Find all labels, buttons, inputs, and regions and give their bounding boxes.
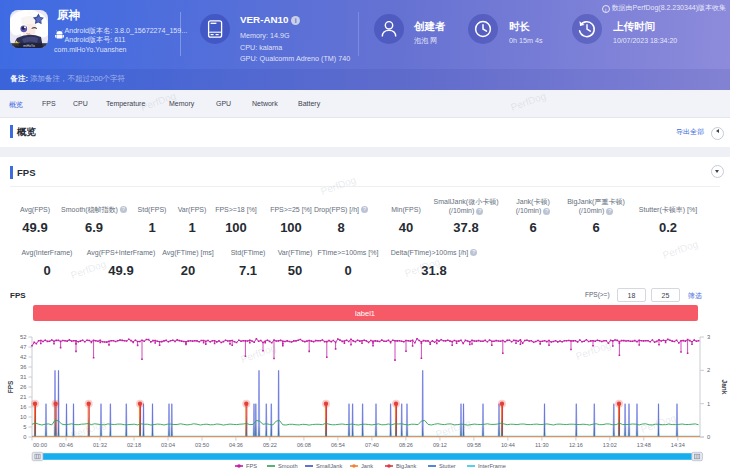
svg-text:00:00: 00:00 bbox=[33, 442, 47, 448]
svg-text:14:34: 14:34 bbox=[671, 442, 685, 448]
svg-text:3: 3 bbox=[707, 334, 710, 340]
svg-text:06:08: 06:08 bbox=[297, 442, 311, 448]
svg-text:FPS: FPS bbox=[7, 380, 14, 393]
svg-text:52: 52 bbox=[20, 334, 26, 340]
svg-text:02:18: 02:18 bbox=[127, 442, 141, 448]
svg-text:FPS: FPS bbox=[246, 463, 257, 469]
svg-text:2: 2 bbox=[707, 367, 710, 373]
svg-text:06:54: 06:54 bbox=[331, 442, 345, 448]
svg-text:Smooth: Smooth bbox=[278, 463, 298, 469]
svg-text:10:44: 10:44 bbox=[501, 442, 515, 448]
svg-text:36: 36 bbox=[20, 364, 26, 370]
svg-text:26: 26 bbox=[20, 384, 26, 390]
svg-text:Jank: Jank bbox=[721, 380, 728, 395]
svg-text:0: 0 bbox=[23, 434, 26, 440]
svg-text:Stutter: Stutter bbox=[439, 463, 456, 469]
svg-text:11:30: 11:30 bbox=[535, 442, 549, 448]
svg-text:BigJank: BigJank bbox=[396, 463, 416, 469]
svg-text:0: 0 bbox=[707, 434, 710, 440]
svg-text:13:48: 13:48 bbox=[637, 442, 651, 448]
svg-text:1: 1 bbox=[707, 401, 710, 407]
svg-text:10: 10 bbox=[20, 414, 26, 420]
svg-text:00:46: 00:46 bbox=[59, 442, 73, 448]
svg-text:07:40: 07:40 bbox=[365, 442, 379, 448]
svg-text:InterFrame: InterFrame bbox=[478, 463, 506, 469]
svg-text:12:16: 12:16 bbox=[569, 442, 583, 448]
svg-text:Jank: Jank bbox=[361, 463, 373, 469]
svg-text:label1: label1 bbox=[355, 309, 375, 318]
svg-text:SmallJank: SmallJank bbox=[316, 463, 342, 469]
svg-text:05:22: 05:22 bbox=[263, 442, 277, 448]
svg-text:08:26: 08:26 bbox=[399, 442, 413, 448]
svg-text:5: 5 bbox=[23, 424, 26, 430]
svg-text:03:04: 03:04 bbox=[161, 442, 175, 448]
svg-text:13:02: 13:02 bbox=[603, 442, 617, 448]
svg-text:21: 21 bbox=[20, 394, 26, 400]
svg-text:47: 47 bbox=[20, 344, 26, 350]
svg-text:42: 42 bbox=[20, 354, 26, 360]
svg-text:01:32: 01:32 bbox=[93, 442, 107, 448]
svg-text:03:50: 03:50 bbox=[195, 442, 209, 448]
svg-text:04:36: 04:36 bbox=[229, 442, 243, 448]
svg-text:miHoYo: miHoYo bbox=[23, 44, 35, 48]
svg-text:31: 31 bbox=[20, 374, 26, 380]
svg-text:09:58: 09:58 bbox=[467, 442, 481, 448]
svg-text:16: 16 bbox=[20, 404, 26, 410]
svg-text:09:12: 09:12 bbox=[433, 442, 447, 448]
